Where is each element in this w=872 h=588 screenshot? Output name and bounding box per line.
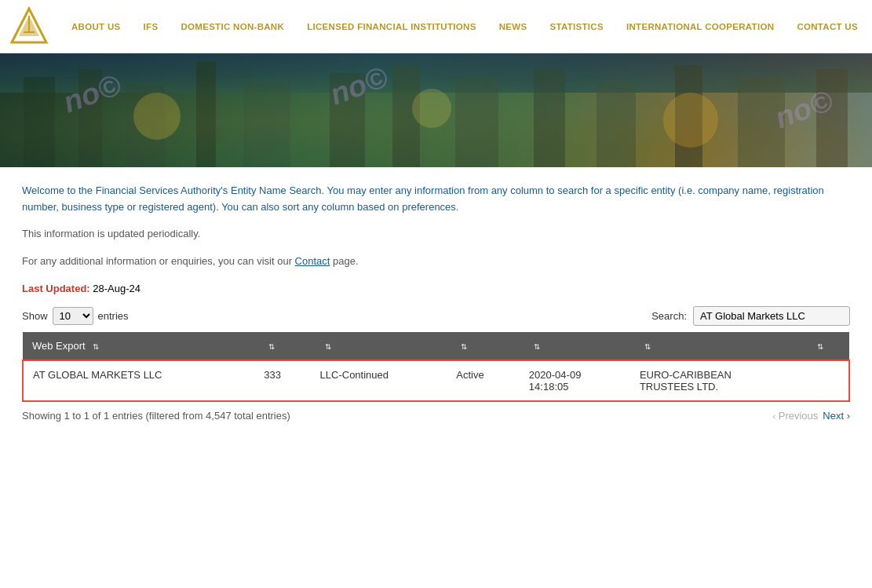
col-4[interactable]: ⇅ [447, 332, 520, 360]
showing-entries-text: Showing 1 to 1 of 1 entries (filtered fr… [22, 410, 290, 422]
svg-rect-18 [816, 69, 848, 167]
col-6[interactable]: ⇅ [630, 332, 803, 360]
contact-pre-text: For any additional information or enquir… [22, 255, 295, 267]
nav-contact-us[interactable]: CONTACT US [790, 19, 864, 35]
intro-paragraph-1: Welcome to the Financial Services Author… [22, 183, 850, 216]
update-notice: This information is updated periodically… [22, 228, 850, 239]
pagination: ‹ Previous Next › [772, 410, 850, 422]
nav-statistics[interactable]: STATISTICS [544, 19, 610, 35]
next-button[interactable]: Next › [823, 410, 850, 422]
last-updated-date: 28-Aug-24 [93, 283, 140, 294]
sort-arrows-col2[interactable]: ⇅ [268, 342, 275, 351]
cell-status: Active [447, 360, 520, 401]
svg-rect-17 [738, 77, 785, 167]
sort-arrows-col6[interactable]: ⇅ [644, 342, 651, 351]
next-label: Next › [823, 410, 850, 422]
svg-rect-10 [243, 81, 290, 167]
contact-paragraph: For any additional information or enquir… [22, 255, 850, 267]
last-updated-label: Last Updated: [22, 283, 90, 294]
search-input[interactable] [693, 306, 850, 326]
search-label: Search: [651, 310, 687, 322]
table-header-row: Web Export ⇅ ⇅ ⇅ ⇅ ⇅ ⇅ [23, 332, 849, 360]
hero-banner: no© no© no© [0, 53, 872, 167]
cell-extra [803, 360, 849, 401]
table-row: AT GLOBAL MARKETS LLC 333 LLC-Continued … [23, 360, 849, 401]
sort-arrows-col7[interactable]: ⇅ [817, 342, 823, 351]
svg-rect-11 [330, 73, 365, 167]
search-box: Search: [651, 306, 850, 326]
svg-point-19 [133, 93, 181, 140]
cell-agent: EURO-CARIBBEAN TRUSTEES LTD. [630, 360, 803, 401]
svg-rect-13 [455, 77, 498, 167]
main-content: Welcome to the Financial Services Author… [0, 167, 872, 429]
nav-licensed-fi[interactable]: LICENSED FINANCIAL INSTITUTIONS [301, 19, 482, 35]
contact-post-text: page. [330, 255, 358, 267]
col-5[interactable]: ⇅ [520, 332, 630, 360]
nav-items: ABOUT US IFS DOMESTIC NON-BANK LICENSED … [65, 19, 864, 35]
svg-rect-15 [597, 81, 636, 167]
previous-label: Previous [779, 410, 819, 422]
col-2[interactable]: ⇅ [254, 332, 310, 360]
sort-arrows-col1[interactable]: ⇅ [93, 342, 99, 351]
nav-about-us[interactable]: ABOUT US [65, 19, 126, 35]
table-footer: Showing 1 to 1 of 1 entries (filtered fr… [22, 410, 850, 422]
svg-rect-7 [78, 69, 102, 167]
svg-rect-14 [534, 69, 565, 167]
entries-select[interactable]: 10 25 50 100 [53, 307, 93, 325]
nav-domestic-non-bank[interactable]: DOMESTIC NON-BANK [174, 19, 290, 35]
nav-news[interactable]: NEWS [493, 19, 534, 35]
contact-link[interactable]: Contact [295, 255, 330, 267]
hero-cityscape [0, 53, 872, 167]
entries-label: entries [98, 310, 129, 322]
col-3[interactable]: ⇅ [311, 332, 447, 360]
sort-arrows-col3[interactable]: ⇅ [325, 342, 331, 351]
cell-date: 2020-04-09 14:18:05 [520, 360, 630, 401]
show-entries-control: Show 10 25 50 100 entries [22, 307, 129, 325]
previous-button[interactable]: ‹ Previous [772, 410, 818, 422]
navigation: ABOUT US IFS DOMESTIC NON-BANK LICENSED … [0, 0, 872, 53]
col-7[interactable]: ⇅ [803, 332, 849, 360]
logo[interactable] [8, 5, 51, 48]
svg-point-20 [412, 89, 451, 128]
table-controls: Show 10 25 50 100 entries Search: [22, 306, 850, 326]
nav-intl-coop[interactable]: INTERNATIONAL COOPERATION [620, 19, 780, 35]
last-updated: Last Updated: 28-Aug-24 [22, 283, 850, 294]
previous-arrow: ‹ [772, 411, 775, 421]
col-web-export[interactable]: Web Export ⇅ [23, 332, 254, 360]
nav-ifs[interactable]: IFS [137, 19, 165, 35]
sort-arrows-col5[interactable]: ⇅ [534, 342, 540, 351]
cell-business-type: LLC-Continued [311, 360, 447, 401]
svg-rect-6 [24, 77, 55, 167]
svg-point-21 [663, 93, 718, 148]
cell-entity-name: AT GLOBAL MARKETS LLC [23, 360, 254, 401]
entity-table: Web Export ⇅ ⇅ ⇅ ⇅ ⇅ ⇅ [22, 332, 850, 402]
sort-arrows-col4[interactable]: ⇅ [461, 342, 467, 351]
cell-reg-number: 333 [254, 360, 310, 401]
show-label: Show [22, 310, 48, 322]
col-web-export-label: Web Export [32, 340, 86, 352]
svg-rect-9 [196, 61, 216, 167]
